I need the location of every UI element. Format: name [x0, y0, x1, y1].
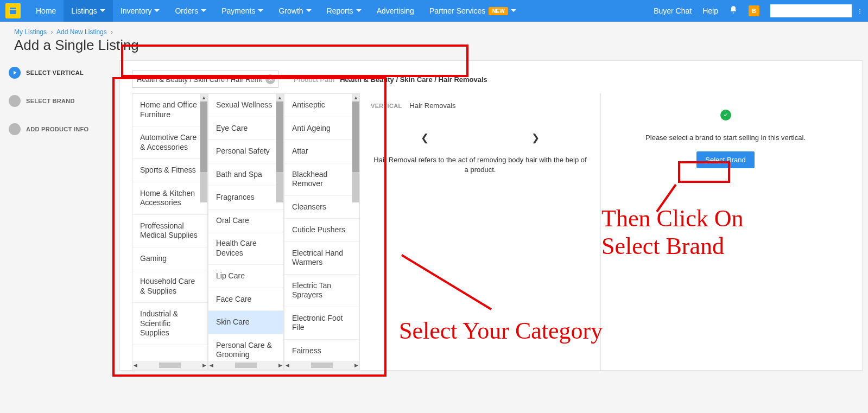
scroll-up-icon[interactable]: ▲: [276, 94, 283, 101]
kebab-icon[interactable]: [852, 5, 863, 17]
step-add-product-info[interactable]: ADD PRODUCT INFO: [9, 123, 119, 135]
category-column-1: Home and Office Furniture Automotive Car…: [132, 93, 208, 370]
crumb-separator: ›: [50, 28, 53, 36]
category-item-selected[interactable]: Skin Care: [208, 311, 283, 334]
category-item[interactable]: Electrical Hand Warmers: [284, 242, 359, 275]
scroll-thumb[interactable]: [200, 101, 207, 172]
scroll-right-icon[interactable]: ▶: [202, 363, 206, 368]
nav-growth[interactable]: Growth: [271, 0, 319, 22]
category-item[interactable]: Oral Care: [208, 209, 283, 233]
category-item[interactable]: Eye Care: [208, 117, 283, 141]
step-select-vertical[interactable]: SELECT VERTICAL: [9, 67, 119, 79]
nav-help[interactable]: Help: [697, 7, 724, 15]
caret-down-icon: [201, 7, 206, 15]
category-item[interactable]: Gaming: [132, 247, 207, 271]
bell-icon[interactable]: [724, 5, 743, 16]
scroll-left-icon[interactable]: ◀: [210, 363, 213, 368]
scrollbar-vertical[interactable]: ▲: [352, 94, 359, 202]
nav-label: Growth: [278, 7, 303, 15]
category-item[interactable]: Blackhead Remover: [284, 163, 359, 196]
caret-down-icon: [306, 7, 312, 15]
category-item[interactable]: Industrial & Scientific Supplies: [132, 303, 207, 345]
product-path-label: Product Path: [294, 75, 334, 84]
category-column-3: Antiseptic Anti Ageing Attar Blackhead R…: [284, 93, 360, 370]
svg-point-0: [859, 9, 860, 10]
caret-down-icon: [100, 7, 105, 15]
brand-message: Please select a brand to start selling i…: [612, 134, 839, 142]
crumb-my-listings[interactable]: My Listings: [14, 28, 47, 36]
category-item[interactable]: Cuticle Pushers: [284, 219, 359, 242]
category-item[interactable]: Fragrances: [208, 186, 283, 209]
category-item[interactable]: Personal Safety: [208, 140, 283, 163]
nav-listings[interactable]: Listings: [64, 0, 112, 22]
nav-advertising[interactable]: Advertising: [369, 0, 422, 22]
nav-home[interactable]: Home: [28, 0, 64, 22]
flipkart-logo[interactable]: [5, 3, 21, 18]
avatar-badge[interactable]: B: [743, 5, 765, 16]
scrollbar-horizontal[interactable]: ◀▶: [132, 361, 207, 370]
nav-reports[interactable]: Reports: [319, 0, 369, 22]
category-item[interactable]: Proffessional Medical Supplies: [132, 215, 207, 247]
category-item[interactable]: Health Care Devices: [208, 232, 283, 265]
top-nav: Home Listings Inventory Orders Payments …: [0, 0, 868, 22]
category-item[interactable]: Electric Tan Sprayers: [284, 275, 359, 307]
category-item[interactable]: Face Care: [208, 288, 283, 312]
caret-down-icon: [154, 7, 160, 15]
category-item[interactable]: Household Care & Supplies: [132, 270, 207, 303]
carousel-prev-icon[interactable]: ❮: [419, 131, 432, 144]
nav-label: Inventory: [121, 7, 152, 15]
select-brand-button[interactable]: Select Brand: [696, 151, 754, 168]
category-item[interactable]: Lip Care: [208, 265, 283, 288]
scroll-thumb[interactable]: [276, 101, 283, 172]
category-item[interactable]: Electronic Foot File: [284, 307, 359, 340]
nav-label: Home: [36, 7, 56, 15]
category-item[interactable]: Home & Kitchen Accessories: [132, 182, 207, 215]
category-item[interactable]: Sports & Fitness: [132, 159, 207, 182]
clear-icon[interactable]: ✕: [265, 74, 275, 84]
nav-orders[interactable]: Orders: [167, 0, 214, 22]
category-item[interactable]: Antiseptic: [284, 94, 359, 117]
scrollbar-vertical[interactable]: ▲: [276, 94, 283, 202]
svg-point-2: [859, 12, 860, 14]
scroll-left-icon[interactable]: ◀: [286, 363, 289, 368]
scroll-right-icon[interactable]: ▶: [354, 363, 358, 368]
vertical-detail: VERTICAL Hair Removals ❮ ❯ Hair Removal …: [360, 93, 600, 370]
crumb-add-new-listings[interactable]: Add New Listings: [56, 28, 107, 36]
carousel-next-icon[interactable]: ❯: [529, 131, 542, 144]
category-item[interactable]: Attar: [284, 140, 359, 163]
category-item[interactable]: Automotive Care & Accessories: [132, 126, 207, 159]
category-search-input[interactable]: [132, 71, 278, 88]
nav-partner-services[interactable]: Partner ServicesNEW: [422, 0, 524, 22]
scroll-thumb[interactable]: [352, 101, 359, 172]
category-item[interactable]: Anti Ageing: [284, 117, 359, 141]
nav-inventory[interactable]: Inventory: [113, 0, 168, 22]
scrollbar-horizontal[interactable]: ◀▶: [208, 361, 283, 370]
scroll-thumb[interactable]: [311, 363, 333, 368]
page-header: My Listings › Add New Listings › Add a S…: [0, 22, 868, 57]
caret-down-icon: [356, 7, 362, 15]
scroll-up-icon[interactable]: ▲: [352, 94, 359, 101]
category-item[interactable]: Fairness: [284, 340, 359, 361]
category-item[interactable]: Home and Office Furniture: [132, 94, 207, 126]
step-label: ADD PRODUCT INFO: [26, 126, 88, 132]
scroll-right-icon[interactable]: ▶: [278, 363, 282, 368]
scrollbar-horizontal[interactable]: ◀▶: [284, 361, 359, 370]
category-item[interactable]: Sexual Wellness: [208, 94, 283, 117]
category-item[interactable]: Cleansers: [284, 196, 359, 219]
category-item[interactable]: Bath and Spa: [208, 163, 283, 187]
scrollbar-vertical[interactable]: ▲: [200, 94, 207, 202]
step-select-brand[interactable]: SELECT BRAND: [9, 95, 119, 107]
nav-label: Orders: [175, 7, 198, 15]
page-title: Add a Single Listing: [14, 37, 854, 54]
nav-label: Reports: [327, 7, 353, 15]
scroll-up-icon[interactable]: ▲: [200, 94, 207, 101]
new-badge: NEW: [489, 7, 508, 15]
scroll-thumb[interactable]: [159, 363, 181, 368]
top-search-input[interactable]: [770, 4, 852, 17]
nav-payments[interactable]: Payments: [214, 0, 271, 22]
category-item[interactable]: Personal Care & Grooming: [208, 334, 283, 361]
scroll-left-icon[interactable]: ◀: [134, 363, 137, 368]
scroll-thumb[interactable]: [235, 363, 257, 368]
svg-point-1: [859, 11, 860, 12]
nav-buyer-chat[interactable]: Buyer Chat: [648, 7, 697, 15]
